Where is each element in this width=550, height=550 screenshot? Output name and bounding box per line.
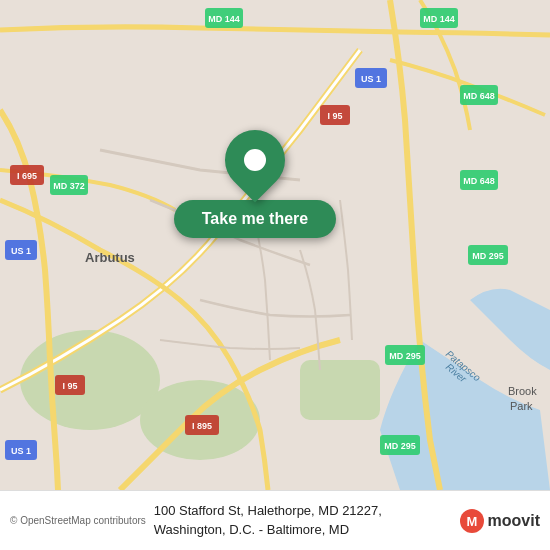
svg-text:MD 144: MD 144 [423, 14, 455, 24]
bottom-bar: © OpenStreetMap contributors 100 Staffor… [0, 490, 550, 550]
svg-text:I 95: I 95 [62, 381, 77, 391]
moovit-logo[interactable]: M moovit [460, 509, 540, 533]
copyright-text: © OpenStreetMap contributors [10, 515, 146, 526]
svg-text:I 95: I 95 [327, 111, 342, 121]
location-pin-icon [213, 118, 298, 203]
address-text: 100 Stafford St, Halethorpe, MD 21227, W… [154, 502, 452, 538]
svg-text:US 1: US 1 [11, 246, 31, 256]
svg-text:I 895: I 895 [192, 421, 212, 431]
svg-text:MD 295: MD 295 [389, 351, 421, 361]
moovit-text: moovit [488, 512, 540, 530]
take-me-there-button[interactable]: Take me there [174, 200, 336, 238]
svg-text:MD 372: MD 372 [53, 181, 85, 191]
svg-text:Park: Park [510, 400, 533, 412]
location-pin-inner [244, 149, 266, 171]
svg-text:I 695: I 695 [17, 171, 37, 181]
svg-text:MD 295: MD 295 [384, 441, 416, 451]
svg-text:M: M [466, 514, 477, 529]
svg-text:Arbutus: Arbutus [85, 250, 135, 265]
svg-rect-3 [300, 360, 380, 420]
svg-text:MD 648: MD 648 [463, 176, 495, 186]
svg-point-1 [20, 330, 160, 430]
map-area: MD 144 MD 144 US 1 I 95 I 695 US 1 MD 37… [0, 0, 550, 490]
svg-text:MD 295: MD 295 [472, 251, 504, 261]
map-svg: MD 144 MD 144 US 1 I 95 I 695 US 1 MD 37… [0, 0, 550, 490]
svg-text:MD 648: MD 648 [463, 91, 495, 101]
svg-text:US 1: US 1 [11, 446, 31, 456]
svg-text:US 1: US 1 [361, 74, 381, 84]
svg-text:MD 144: MD 144 [208, 14, 240, 24]
button-overlay: Take me there [155, 130, 355, 238]
moovit-logo-icon: M [460, 509, 484, 533]
svg-text:Brook: Brook [508, 385, 537, 397]
